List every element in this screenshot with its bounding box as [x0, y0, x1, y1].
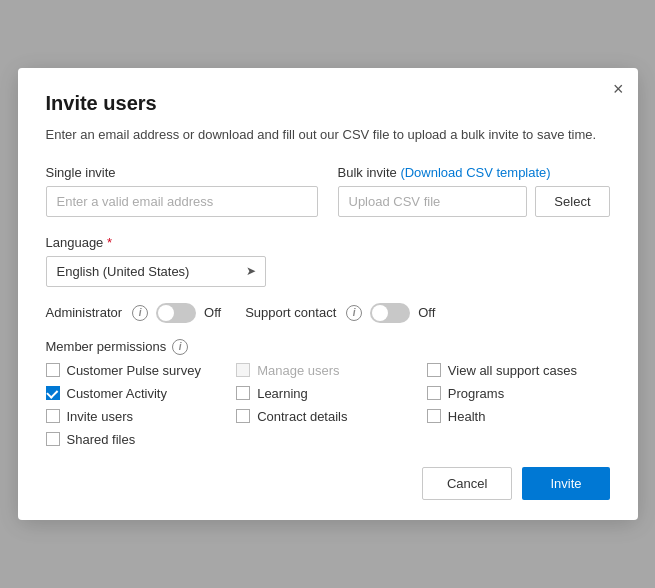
administrator-off-label: Off	[204, 305, 221, 320]
permission-checkbox-view-support[interactable]	[427, 363, 441, 377]
permission-label-view-support: View all support cases	[448, 363, 577, 378]
single-invite-col: Single invite	[46, 165, 318, 217]
permission-label-customer-pulse: Customer Pulse survey	[67, 363, 201, 378]
bulk-invite-col: Bulk invite (Download CSV template) Sele…	[338, 165, 610, 217]
administrator-label: Administrator	[46, 305, 123, 320]
permission-item-customer-pulse[interactable]: Customer Pulse survey	[46, 363, 229, 378]
permission-label-health: Health	[448, 409, 486, 424]
permission-item-view-support[interactable]: View all support cases	[427, 363, 610, 378]
modal-footer: Cancel Invite	[46, 467, 610, 500]
modal-overlay: × Invite users Enter an email address or…	[0, 0, 655, 588]
permission-item-contract-details[interactable]: Contract details	[236, 409, 419, 424]
support-contact-toggle-group: Support contact i Off	[245, 303, 435, 323]
administrator-slider	[156, 303, 196, 323]
permission-label-programs: Programs	[448, 386, 504, 401]
permissions-grid: Customer Pulse surveyManage usersView al…	[46, 363, 610, 447]
permission-item-customer-activity[interactable]: Customer Activity	[46, 386, 229, 401]
cancel-button[interactable]: Cancel	[422, 467, 512, 500]
permission-checkbox-customer-activity[interactable]	[46, 386, 60, 400]
invite-row: Single invite Bulk invite (Download CSV …	[46, 165, 610, 217]
single-invite-input[interactable]	[46, 186, 318, 217]
support-contact-slider	[370, 303, 410, 323]
permission-item-shared-files[interactable]: Shared files	[46, 432, 229, 447]
administrator-info-icon[interactable]: i	[132, 305, 148, 321]
select-button[interactable]: Select	[535, 186, 609, 217]
language-label: Language *	[46, 235, 610, 250]
administrator-toggle-group: Administrator i Off	[46, 303, 222, 323]
permission-checkbox-health[interactable]	[427, 409, 441, 423]
permission-checkbox-shared-files[interactable]	[46, 432, 60, 446]
permission-label-manage-users: Manage users	[257, 363, 339, 378]
language-select-wrapper: English (United States) French German Sp…	[46, 256, 266, 287]
permission-label-invite-users: Invite users	[67, 409, 133, 424]
toggle-row: Administrator i Off Support contact i Of…	[46, 303, 610, 323]
permission-checkbox-programs[interactable]	[427, 386, 441, 400]
support-contact-toggle[interactable]	[370, 303, 410, 323]
permission-item-health[interactable]: Health	[427, 409, 610, 424]
permission-label-shared-files: Shared files	[67, 432, 136, 447]
language-dropdown[interactable]: English (United States) French German Sp…	[46, 256, 266, 287]
permission-label-customer-activity: Customer Activity	[67, 386, 167, 401]
administrator-toggle[interactable]	[156, 303, 196, 323]
permissions-info-icon[interactable]: i	[172, 339, 188, 355]
upload-csv-input[interactable]	[338, 186, 528, 217]
permission-item-invite-users[interactable]: Invite users	[46, 409, 229, 424]
permission-item-manage-users[interactable]: Manage users	[236, 363, 419, 378]
support-contact-label: Support contact	[245, 305, 336, 320]
support-contact-info-icon[interactable]: i	[346, 305, 362, 321]
permission-checkbox-invite-users[interactable]	[46, 409, 60, 423]
permission-checkbox-contract-details[interactable]	[236, 409, 250, 423]
bulk-invite-label: Bulk invite (Download CSV template)	[338, 165, 610, 180]
bulk-input-row: Select	[338, 186, 610, 217]
support-contact-off-label: Off	[418, 305, 435, 320]
permissions-section: Member permissions i Customer Pulse surv…	[46, 339, 610, 447]
permission-item-learning[interactable]: Learning	[236, 386, 419, 401]
download-csv-link[interactable]: (Download CSV template)	[400, 165, 550, 180]
permission-checkbox-customer-pulse[interactable]	[46, 363, 60, 377]
invite-users-modal: × Invite users Enter an email address or…	[18, 68, 638, 520]
permission-checkbox-learning[interactable]	[236, 386, 250, 400]
permission-label-contract-details: Contract details	[257, 409, 347, 424]
language-section: Language * English (United States) Frenc…	[46, 235, 610, 287]
modal-description: Enter an email address or download and f…	[46, 125, 610, 145]
permission-item-programs[interactable]: Programs	[427, 386, 610, 401]
permissions-title: Member permissions i	[46, 339, 610, 355]
invite-button[interactable]: Invite	[522, 467, 609, 500]
permission-label-learning: Learning	[257, 386, 308, 401]
single-invite-label: Single invite	[46, 165, 318, 180]
close-button[interactable]: ×	[613, 80, 624, 98]
permission-checkbox-manage-users[interactable]	[236, 363, 250, 377]
modal-title: Invite users	[46, 92, 610, 115]
